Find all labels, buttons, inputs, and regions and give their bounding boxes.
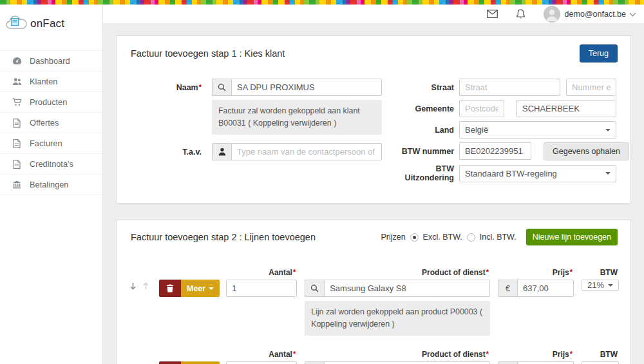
invoice-line-2: Meer Aantal* Product of dienst* Prijs* (128, 350, 619, 364)
product-label: Product of dienst* (305, 268, 490, 277)
naam-label: Naam* (129, 83, 202, 92)
product-input[interactable] (324, 280, 490, 297)
bank-icon (12, 180, 22, 189)
delete-line-button[interactable] (159, 361, 181, 364)
sidebar-item-creditnotas[interactable]: Creditnota's (0, 153, 102, 174)
caret-down-icon (605, 129, 611, 131)
sidebar-item-label: Betalingen (30, 180, 68, 189)
sidebar-item-producten[interactable]: Producten (0, 91, 102, 112)
btw-select[interactable]: 21% (582, 280, 619, 291)
meer-button[interactable]: Meer (181, 280, 220, 297)
btw-nummer-input[interactable] (459, 142, 531, 160)
rainbow-top-stripe (0, 0, 644, 5)
step1-header: Factuur toevoegen stap 1 : Kies klant Te… (117, 36, 630, 71)
sidebar-item-facturen[interactable]: Facturen (0, 133, 102, 153)
move-line-down-icon[interactable] (129, 282, 137, 290)
avatar (544, 6, 560, 23)
sidebar-item-label: Facturen (30, 139, 62, 148)
land-select[interactable]: België (459, 121, 616, 139)
gemeente-input[interactable] (516, 100, 616, 117)
aantal-input[interactable] (226, 361, 297, 364)
search-icon (305, 280, 324, 297)
gemeente-label: Gemeente (390, 104, 454, 113)
delete-line-button[interactable] (159, 280, 181, 297)
aantal-label: Aantal* (226, 350, 297, 359)
btw-selected-value: 21% (587, 280, 604, 290)
step1-title: Factuur toevoegen stap 1 : Kies klant (131, 48, 285, 59)
messages-icon[interactable] (487, 10, 498, 18)
aantal-label: Aantal* (226, 268, 297, 277)
note-text: ) (392, 320, 395, 329)
caret-down-icon (209, 287, 214, 290)
product-koppeling-note: Lijn zal worden gekoppeld aan product P0… (305, 301, 490, 336)
required-marker: * (570, 268, 573, 276)
onfact-logo-icon (5, 15, 27, 32)
logo-text: onFact (30, 17, 64, 30)
naam-input[interactable] (231, 79, 382, 96)
sidebar-item-dashboard[interactable]: Dashboard (0, 50, 102, 71)
required-marker: * (570, 350, 573, 358)
person-icon (212, 143, 231, 160)
klant-koppeling-note: Factuur zal worden gekoppeld aan klant B… (212, 100, 382, 135)
koppeling-verwijderen-link[interactable]: Koppeling verwijderen (311, 320, 390, 329)
step2-title: Factuur toevoegen stap 2 : Lijnen toevoe… (131, 232, 316, 242)
move-line-up-icon (142, 282, 149, 290)
gegevens-ophalen-button[interactable]: Gegevens ophalen (544, 142, 629, 160)
terug-button[interactable]: Terug (580, 44, 618, 62)
caret-down-icon (605, 172, 611, 175)
incl-btw-label[interactable]: Incl. BTW. (480, 233, 516, 242)
step2-card: Factuur toevoegen stap 2 : Lijnen toevoe… (116, 220, 631, 364)
btw-label: BTW (582, 268, 619, 277)
nummer-input[interactable] (566, 79, 616, 96)
required-marker: * (293, 268, 296, 276)
excl-btw-radio[interactable] (410, 233, 419, 242)
product-label: Product of dienst* (305, 350, 490, 359)
btw-uitzondering-select[interactable]: Standaard BTW-regeling (459, 165, 616, 182)
prijs-input[interactable] (517, 361, 574, 364)
land-selected-value: België (465, 125, 488, 135)
currency-euro-addon: € (498, 280, 517, 297)
invoice-line-1: Meer Aantal* Product of dienst* Lijn zal… (128, 268, 619, 336)
search-icon (212, 79, 231, 96)
document-icon (12, 160, 22, 169)
dashboard-icon (12, 57, 22, 65)
btw-select[interactable]: 21% (582, 361, 619, 364)
main-content: Factuur toevoegen stap 1 : Kies klant Te… (103, 23, 644, 364)
users-icon (12, 77, 22, 86)
koppeling-verwijderen-link[interactable]: Koppeling verwijderen (253, 119, 332, 128)
document-icon (12, 119, 22, 128)
required-marker: * (486, 350, 489, 358)
sidebar-item-betalingen[interactable]: Betalingen (0, 174, 102, 195)
prijs-label: Prijs* (498, 350, 574, 359)
logo[interactable]: onFact (0, 5, 102, 41)
postcode-input[interactable] (459, 100, 504, 117)
user-email: demo@onfact.be (565, 10, 626, 19)
excl-btw-label[interactable]: Excl. BTW. (423, 233, 462, 242)
user-menu[interactable]: demo@onfact.be (544, 6, 635, 23)
note-text: Lijn zal worden gekoppeld aan product P0… (311, 307, 482, 316)
aantal-input[interactable] (226, 280, 297, 297)
meer-button[interactable]: Meer (181, 361, 220, 364)
step2-header: Factuur toevoegen stap 2 : Lijnen toevoe… (117, 220, 630, 254)
note-text: ) (334, 119, 336, 128)
sidebar-item-klanten[interactable]: Klanten (0, 71, 102, 91)
incl-btw-radio[interactable] (467, 233, 475, 242)
sidebar-item-offertes[interactable]: Offertes (0, 112, 102, 133)
sidebar-item-label: Klanten (30, 77, 57, 86)
prijs-label: Prijs* (498, 268, 574, 277)
currency-euro-addon: € (498, 361, 517, 364)
step2-body: Meer Aantal* Product of dienst* Lijn zal… (117, 254, 630, 364)
nieuwe-lijn-toevoegen-button[interactable]: Nieuwe lijn toevoegen (526, 229, 618, 245)
tav-input[interactable] (231, 143, 382, 160)
search-icon (305, 361, 324, 364)
caret-down-icon (608, 284, 613, 287)
sidebar-item-label: Dashboard (30, 56, 70, 66)
prijs-input[interactable] (517, 280, 574, 297)
straat-label: Straat (390, 83, 454, 92)
product-input[interactable] (324, 361, 490, 364)
required-marker: * (199, 83, 202, 91)
sidebar: onFact Dashboard Klanten Producten Offer… (0, 5, 103, 364)
notifications-icon[interactable] (516, 9, 526, 19)
step1-card: Factuur toevoegen stap 1 : Kies klant Te… (116, 35, 631, 204)
straat-input[interactable] (459, 79, 560, 96)
